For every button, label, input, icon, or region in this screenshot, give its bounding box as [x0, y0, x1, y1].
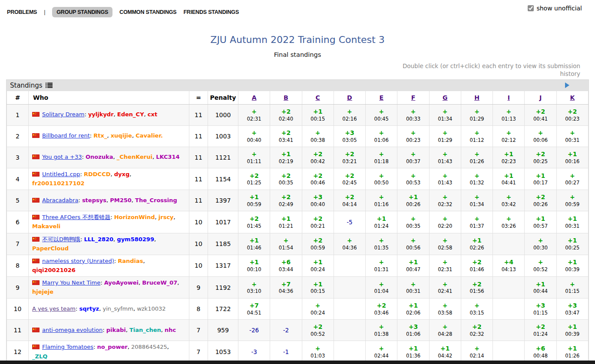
- problem-link-k[interactable]: K: [570, 94, 575, 101]
- problem-cell[interactable]: +02:58: [429, 233, 461, 255]
- problem-cell[interactable]: +102:19: [270, 147, 302, 168]
- problem-cell[interactable]: +02:31: [429, 255, 461, 276]
- problem-cell[interactable]: +01:03: [302, 341, 334, 363]
- problem-cell[interactable]: +200:46: [302, 168, 334, 190]
- problem-cell[interactable]: +01:34: [429, 105, 461, 126]
- problem-cell[interactable]: +01:32: [461, 168, 493, 190]
- team-link[interactable]: Untitled1.cpp: [42, 171, 80, 177]
- problem-link-b[interactable]: B: [284, 94, 288, 101]
- problem-cell[interactable]: +00:24: [302, 298, 334, 320]
- show-unofficial-checkbox[interactable]: [528, 5, 534, 11]
- problem-cell[interactable]: +01:34: [461, 190, 493, 211]
- problem-link-d[interactable]: D: [347, 94, 352, 101]
- problem-cell[interactable]: +03:26: [493, 211, 525, 233]
- problem-cell[interactable]: [493, 298, 525, 320]
- problem-cell[interactable]: +00:52: [525, 255, 556, 276]
- problem-cell[interactable]: +01:18: [366, 147, 397, 168]
- problem-cell[interactable]: +01:04: [366, 277, 397, 298]
- problem-cell[interactable]: +303:47: [556, 298, 588, 320]
- problem-cell[interactable]: +01:43: [429, 147, 461, 168]
- problem-link-h[interactable]: H: [474, 94, 479, 101]
- problem-cell[interactable]: +02:14: [461, 341, 493, 363]
- problem-cell[interactable]: -1: [270, 341, 302, 363]
- problem-cell[interactable]: [334, 320, 365, 341]
- problem-cell[interactable]: +00:40: [238, 126, 270, 147]
- problem-cell[interactable]: +00:23: [397, 126, 429, 147]
- problem-cell[interactable]: +02:12: [493, 126, 525, 147]
- tab-problems[interactable]: PROBLEMS: [7, 9, 37, 15]
- problem-cell[interactable]: +01:29: [429, 126, 461, 147]
- problem-cell[interactable]: +01:26: [461, 147, 493, 168]
- team-link[interactable]: Three AFOers 不想看错题: [42, 214, 110, 220]
- problem-cell[interactable]: +200:25: [525, 147, 556, 168]
- problem-cell[interactable]: +01:54: [270, 233, 302, 255]
- problem-cell[interactable]: +01:37: [461, 211, 493, 233]
- problem-cell[interactable]: +404:13: [493, 255, 525, 276]
- problem-cell[interactable]: [334, 341, 365, 363]
- team-link[interactable]: anti-omega evolution: [42, 327, 102, 333]
- problem-cell[interactable]: +100:26: [397, 190, 429, 211]
- problem-cell[interactable]: +102:23: [493, 147, 525, 168]
- team-link[interactable]: You got a +33: [42, 154, 82, 160]
- problem-cell[interactable]: +02:44: [366, 341, 397, 363]
- problem-cell[interactable]: +00:27: [556, 168, 588, 190]
- problem-cell[interactable]: +02:20: [429, 211, 461, 233]
- problem-cell[interactable]: +104:41: [493, 168, 525, 190]
- problem-link-f[interactable]: F: [411, 94, 416, 101]
- problem-cell[interactable]: +100:15: [302, 277, 334, 298]
- problem-cell[interactable]: +203:46: [366, 298, 397, 320]
- problem-cell[interactable]: +200:23: [556, 105, 588, 126]
- problem-cell[interactable]: +101:26: [556, 341, 588, 363]
- team-link[interactable]: Abracadabra: [42, 197, 78, 203]
- problem-cell[interactable]: +00:35: [397, 211, 429, 233]
- problem-cell[interactable]: +201:46: [461, 255, 493, 276]
- problem-cell[interactable]: +201:45: [238, 211, 270, 233]
- problem-cell[interactable]: +600:48: [525, 341, 556, 363]
- team-link[interactable]: A yes yes team: [32, 305, 76, 312]
- problem-cell[interactable]: +00:50: [366, 168, 397, 190]
- problem-cell[interactable]: +100:59: [238, 190, 270, 211]
- list-settings-icon[interactable]: [46, 82, 53, 88]
- problem-cell[interactable]: +200:41: [525, 105, 556, 126]
- problem-cell[interactable]: +00:30: [525, 233, 556, 255]
- problem-cell[interactable]: +03:15: [461, 298, 493, 320]
- problem-link-j[interactable]: J: [539, 94, 542, 101]
- problem-cell[interactable]: [493, 277, 525, 298]
- problem-cell[interactable]: +102:26: [461, 233, 493, 255]
- problem-cell[interactable]: +01:35: [366, 233, 397, 255]
- problem-cell[interactable]: +101:21: [270, 211, 302, 233]
- problem-cell[interactable]: +100:10: [238, 255, 270, 276]
- problem-cell[interactable]: +200:59: [302, 233, 334, 255]
- problem-cell[interactable]: +301:06: [397, 320, 429, 341]
- problem-cell[interactable]: +200:26: [525, 190, 556, 211]
- problem-cell[interactable]: +100:44: [525, 277, 556, 298]
- problem-cell[interactable]: +100:25: [556, 233, 588, 255]
- problem-link-e[interactable]: E: [379, 94, 383, 101]
- problem-cell[interactable]: +704:51: [238, 298, 270, 320]
- problem-cell[interactable]: +02:32: [429, 190, 461, 211]
- problem-cell[interactable]: +100:57: [525, 211, 556, 233]
- problem-cell[interactable]: +603:44: [270, 255, 302, 276]
- problem-cell[interactable]: +00:31: [556, 126, 588, 147]
- problem-cell[interactable]: +01:43: [429, 168, 461, 190]
- problem-cell[interactable]: +01:31: [366, 255, 397, 276]
- team-link[interactable]: 不可以D鸭鸭哦: [42, 236, 80, 243]
- problem-cell[interactable]: +01:06: [366, 126, 397, 147]
- problem-cell[interactable]: +01:12: [461, 126, 493, 147]
- problem-cell[interactable]: +104:42: [429, 341, 461, 363]
- problem-cell[interactable]: +200:52: [302, 320, 334, 341]
- problem-cell[interactable]: +02:16: [334, 105, 365, 126]
- problem-cell[interactable]: [493, 320, 525, 341]
- problem-cell[interactable]: +203:41: [270, 126, 302, 147]
- problem-link-i[interactable]: I: [508, 94, 510, 101]
- problem-cell[interactable]: -26: [238, 320, 270, 341]
- team-link[interactable]: Marry You Next Time: [42, 279, 100, 286]
- problem-cell[interactable]: +00:37: [397, 147, 429, 168]
- tab-friends-standings[interactable]: FRIENDS STANDINGS: [183, 9, 239, 15]
- problem-link-c[interactable]: C: [316, 94, 320, 101]
- problem-cell[interactable]: +101:36: [397, 341, 429, 363]
- problem-cell[interactable]: +00:45: [366, 105, 397, 126]
- problem-cell[interactable]: +00:56: [397, 233, 429, 255]
- problem-cell[interactable]: +01:15: [556, 277, 588, 298]
- problem-cell[interactable]: +01:38: [366, 320, 397, 341]
